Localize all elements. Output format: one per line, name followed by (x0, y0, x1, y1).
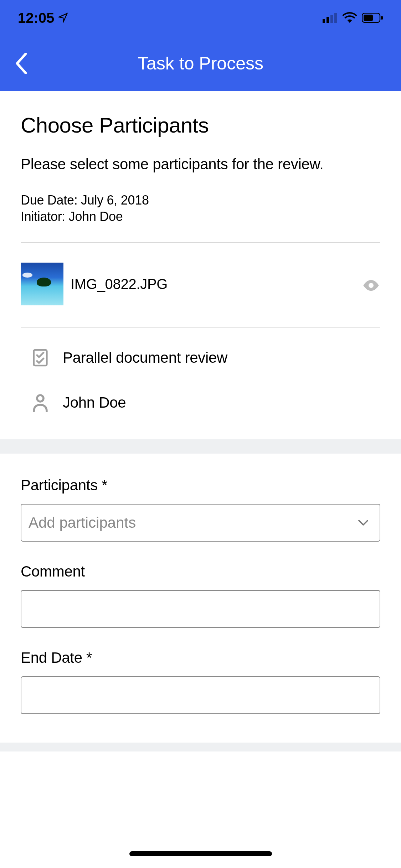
svg-point-9 (37, 395, 43, 402)
checklist-icon (31, 349, 49, 367)
svg-point-7 (369, 283, 374, 288)
comment-label: Comment (21, 563, 380, 580)
end-date-label: End Date * (21, 649, 380, 666)
location-icon (58, 10, 68, 26)
attachment-thumbnail (21, 263, 63, 305)
participants-label: Participants * (21, 477, 380, 494)
comment-input[interactable] (29, 600, 372, 618)
participants-input[interactable] (29, 514, 372, 531)
due-date-label: Due Date: (21, 193, 81, 207)
svg-rect-0 (323, 19, 325, 23)
person-row: John Doe (21, 380, 380, 425)
svg-rect-3 (334, 13, 337, 23)
workflow-row: Parallel document review (21, 335, 380, 380)
section-separator (0, 743, 401, 751)
preview-button[interactable] (362, 276, 380, 295)
status-bar-left: 12:05 (18, 10, 68, 26)
workflow-name: Parallel document review (63, 349, 227, 366)
bottom-spacer (0, 751, 401, 777)
status-bar: 12:05 (0, 0, 401, 36)
initiator-line: Initiator: John Doe (21, 208, 380, 225)
svg-rect-6 (381, 16, 383, 20)
cellular-signal-icon (323, 10, 338, 26)
due-date-line: Due Date: July 6, 2018 (21, 192, 380, 209)
comment-field[interactable] (21, 590, 380, 628)
end-date-field[interactable] (21, 676, 380, 714)
participants-dropdown-toggle[interactable] (357, 516, 370, 529)
eye-icon (362, 276, 380, 295)
section-separator (0, 439, 401, 454)
svg-rect-1 (327, 17, 329, 23)
initiator-value: John Doe (69, 209, 123, 224)
status-time: 12:05 (18, 10, 54, 26)
home-indicator-area (0, 839, 401, 868)
initiator-label: Initiator: (21, 209, 69, 224)
svg-rect-8 (34, 350, 47, 366)
status-bar-right (323, 10, 383, 26)
person-name: John Doe (63, 394, 126, 411)
page-subtitle: Please select some participants for the … (21, 155, 380, 174)
person-icon (31, 394, 49, 412)
svg-rect-5 (364, 15, 373, 21)
task-meta: Due Date: July 6, 2018 Initiator: John D… (21, 192, 380, 226)
due-date-value: July 6, 2018 (81, 193, 149, 207)
svg-rect-2 (330, 15, 333, 23)
end-date-input[interactable] (29, 687, 372, 704)
nav-bar: Task to Process (0, 36, 401, 91)
chevron-left-icon (15, 53, 28, 74)
nav-title: Task to Process (0, 53, 401, 74)
attachment-filename: IMG_0822.JPG (71, 276, 168, 292)
back-button[interactable] (11, 53, 32, 74)
participants-field[interactable] (21, 504, 380, 542)
home-indicator[interactable] (129, 851, 272, 856)
wifi-icon (343, 10, 357, 26)
divider (21, 327, 380, 328)
attachment-row[interactable]: IMG_0822.JPG (21, 243, 380, 327)
chevron-down-icon (357, 516, 370, 529)
form-section: Participants * Comment End Date * (0, 454, 401, 743)
battery-icon (362, 10, 383, 26)
page-title: Choose Participants (21, 113, 380, 138)
